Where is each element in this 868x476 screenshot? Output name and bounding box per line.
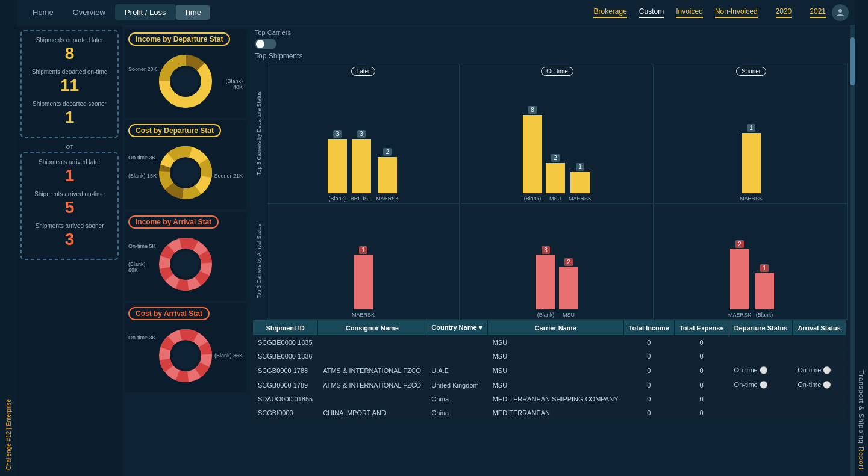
- cell-income: 0: [623, 378, 674, 392]
- bar-maersk-ontime-rect: [570, 172, 590, 193]
- bar-group-later-title: Later: [351, 67, 376, 76]
- stat-arrived-ontime: Shipments arrived on-time 5: [27, 190, 113, 217]
- user-icon[interactable]: [832, 4, 849, 21]
- bar-msu-ontime-arr-rect: [559, 267, 578, 309]
- cell-carrier: MEDITERRANEAN SHIPPING COMPANY: [487, 392, 623, 406]
- bar-group-ontime-dep: On-time 8 (Blank) 2 MSU: [461, 64, 654, 203]
- cell-arr-status: [793, 406, 846, 420]
- top-controls: Top Carriers Top Shipments: [249, 25, 850, 64]
- arrival-section-label: Top 3 Carriers by Arrival Status: [251, 203, 267, 320]
- bar-maersk-sooner-rect: [742, 133, 761, 193]
- cell-country: China: [426, 392, 487, 406]
- cell-arr-status: On-time ⚪: [793, 378, 846, 392]
- departure-stats-box: Shipments departed later 8 Shipments dep…: [20, 30, 119, 138]
- col-income[interactable]: Total Income: [623, 320, 674, 336]
- svg-point-0: [838, 9, 842, 13]
- donut-cost-arr-label-blank: (Blank) 36K: [214, 353, 243, 359]
- cell-shipment-id: SCGB0000 1788: [253, 363, 318, 378]
- col-dep-status[interactable]: Departure Status: [729, 320, 793, 336]
- sidebar-left: Challenge #12 | Enterprise: [0, 0, 17, 476]
- cell-dep-status: [729, 350, 793, 363]
- filter-custom[interactable]: Custom: [639, 7, 664, 18]
- departure-bar-groups: Later 3 (Blank) 3 BRITIS: [267, 64, 848, 203]
- top-shipments-label: Top Shipments: [255, 52, 302, 60]
- bar-maersk-later-rect: [378, 157, 397, 193]
- bar-blank-ontime: 8 (Blank): [523, 106, 542, 202]
- cell-income: 0: [623, 350, 674, 363]
- bars-row-sooner: 1 MAERSK: [657, 78, 846, 202]
- bar-maersk-ontime: 1 MAERSK: [569, 163, 592, 202]
- nav-home[interactable]: Home: [23, 4, 63, 20]
- nav-overview[interactable]: Overview: [63, 4, 115, 20]
- sidebar-right-text: Transport & Shipping Report: [858, 370, 865, 470]
- col-arr-status[interactable]: Arrival Status: [793, 320, 846, 336]
- bar-group-ontime-title: On-time: [541, 67, 573, 76]
- bar-msu-ontime-arr: 2 MSU: [559, 258, 578, 318]
- nav-time[interactable]: Time: [176, 5, 210, 20]
- donut-cost-dep-label-blank: (Blank) 15K: [128, 173, 157, 179]
- stat-arrived-later: Shipments arrived later 1: [27, 158, 113, 185]
- bar-blank-ontime-rect: [523, 115, 542, 193]
- nav-profitloss[interactable]: Profit / Loss: [115, 4, 176, 20]
- body-layout: Shipments departed later 8 Shipments dep…: [17, 25, 855, 476]
- cell-arr-status: [793, 350, 846, 363]
- cell-expense: 0: [674, 392, 729, 406]
- col-consignor[interactable]: Consignor Name: [318, 320, 426, 336]
- chart-income-dep-title: Income by Departure Stat: [128, 32, 230, 46]
- chart-cost-dep: Cost by Departure Stat On-time 3K (Blank…: [125, 120, 246, 209]
- table-row: SDAUO000 01855 China MEDITERRANEAN SHIPP…: [253, 392, 846, 406]
- stat-arrived-sooner: Shipments arrived sooner 3: [27, 222, 113, 249]
- donut-income-dep: Sooner 20K (Blank)48K: [128, 48, 243, 114]
- cell-country: U.A.E: [426, 363, 487, 378]
- col-country[interactable]: Country Name ▾: [426, 320, 487, 336]
- cell-income: 0: [623, 392, 674, 406]
- filter-noninvoiced[interactable]: Non-Invoiced: [715, 7, 758, 18]
- cell-income: 0: [623, 406, 674, 420]
- cell-shipment-id: SCGBI0000: [253, 406, 318, 420]
- bar-maersk-later-arr-rect: [354, 255, 373, 309]
- bar-msu-ontime-rect: [546, 163, 565, 193]
- bar-blank-sooner-arr-rect: [755, 273, 774, 309]
- cell-arr-status: [793, 392, 846, 406]
- arrival-bar-groups: 1 MAERSK 3: [267, 203, 848, 320]
- bar-blank-ontime-arr: 3 (Blank): [536, 246, 555, 318]
- svg-point-4: [172, 68, 199, 94]
- col-expense[interactable]: Total Expense: [674, 320, 729, 336]
- svg-point-14: [172, 342, 199, 369]
- main-content: Home Overview Profit / Loss Time Brokera…: [17, 0, 855, 476]
- bar-msu-ontime: 2 MSU: [546, 154, 565, 202]
- col-shipment-id[interactable]: Shipment ID: [253, 320, 318, 336]
- sidebar-right: Transport & Shipping Report: [855, 0, 868, 476]
- bars-row-sooner-arr: 2 MAERSK 1 (Blank): [657, 206, 846, 318]
- cell-consignor: [318, 350, 426, 363]
- bar-blank-later: 3 (Blank): [328, 130, 347, 202]
- donut-cost-dep: On-time 3K (Blank) 15K Sooner 21K: [128, 140, 243, 206]
- cell-arr-status: [793, 336, 846, 350]
- cell-dep-status: [729, 392, 793, 406]
- cell-dep-status: [729, 406, 793, 420]
- bars-row-later: 3 (Blank) 3 BRITIS...: [269, 78, 458, 202]
- table-row: SCGBE0000 1836 MSU 0 0: [253, 350, 846, 363]
- cell-dep-status: On-time ⚪: [729, 378, 793, 392]
- top-carriers-toggle[interactable]: [255, 39, 276, 49]
- cell-shipment-id: SDAUO000 01855: [253, 392, 318, 406]
- stat-departed-later: Shipments departed later 8: [27, 36, 113, 63]
- challenge-badge: Challenge #12 | Enterprise: [5, 399, 12, 470]
- cell-country: United Kingdom: [426, 378, 487, 392]
- cell-dep-status: On-time ⚪: [729, 363, 793, 378]
- cell-carrier: MSU: [487, 363, 623, 378]
- top-nav: Home Overview Profit / Loss Time Brokera…: [17, 0, 855, 25]
- filter-brokerage[interactable]: Brokerage: [593, 7, 626, 18]
- filter-invoiced[interactable]: Invoiced: [676, 7, 703, 18]
- bar-group-later-arr: 1 MAERSK: [267, 203, 460, 320]
- bar-britis-later-rect: [352, 139, 371, 193]
- bar-blank-sooner-arr: 1 (Blank): [755, 264, 774, 318]
- cell-consignor: [318, 392, 426, 406]
- filter-year-2021[interactable]: 2021: [810, 7, 826, 18]
- scrollbar-thumb[interactable]: [850, 37, 855, 85]
- col-carrier[interactable]: Carrier Name: [487, 320, 623, 336]
- chart-cost-arr-title: Cost by Arrival Stat: [128, 307, 210, 320]
- scrollbar-track[interactable]: [850, 25, 855, 476]
- top-carriers-section: Top Carriers Top Shipments: [255, 29, 302, 60]
- filter-year-2020[interactable]: 2020: [776, 7, 792, 18]
